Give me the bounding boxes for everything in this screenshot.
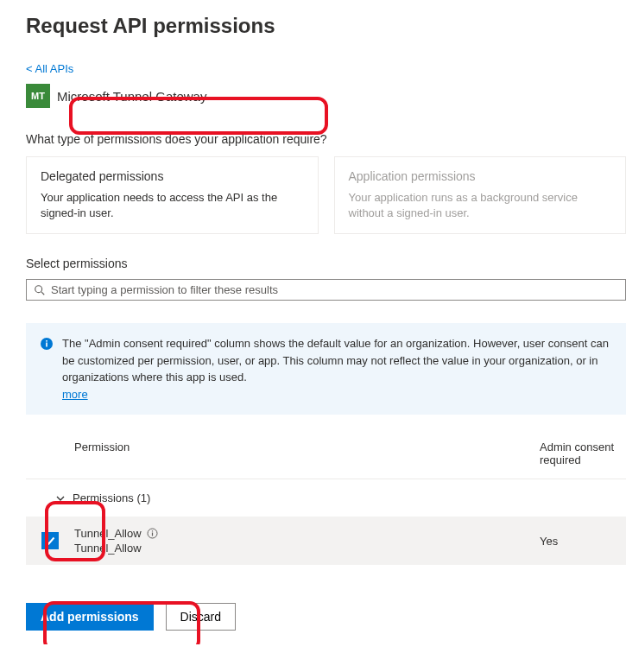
api-icon: MT	[26, 84, 50, 108]
delegated-permissions-title: Delegated permissions	[41, 169, 304, 183]
search-wrap[interactable]	[26, 279, 626, 301]
permission-admin-consent: Yes	[540, 535, 626, 548]
chevron-down-icon	[55, 493, 66, 504]
application-permissions-card[interactable]: Application permissions Your application…	[334, 156, 627, 234]
permission-name-top: Tunnel_Allow	[74, 527, 142, 540]
discard-button[interactable]: Discard	[166, 603, 236, 631]
permission-group-row[interactable]: Permissions (1)	[26, 479, 626, 517]
add-permissions-button[interactable]: Add permissions	[26, 603, 154, 631]
permission-group-label: Permissions (1)	[73, 491, 150, 504]
check-icon	[44, 535, 56, 547]
svg-rect-3	[46, 343, 47, 347]
delegated-permissions-card[interactable]: Delegated permissions Your application n…	[26, 156, 319, 234]
application-permissions-title: Application permissions	[349, 169, 612, 183]
search-icon	[34, 284, 46, 296]
svg-point-0	[35, 286, 42, 293]
back-all-apis-link[interactable]: < All APIs	[26, 62, 73, 75]
api-header: MT Microsoft Tunnel Gateway	[26, 84, 626, 108]
col-header-permission: Permission	[74, 441, 540, 466]
info-banner: The "Admin consent required" column show…	[26, 323, 626, 415]
info-more-link[interactable]: more	[62, 388, 88, 401]
api-name: Microsoft Tunnel Gateway	[57, 89, 206, 104]
info-icon	[40, 337, 54, 351]
delegated-permissions-desc: Your application needs to access the API…	[41, 190, 304, 221]
info-icon[interactable]	[147, 528, 158, 539]
svg-rect-6	[151, 533, 152, 536]
svg-line-1	[41, 292, 44, 295]
svg-rect-4	[46, 340, 47, 342]
permission-type-question: What type of permissions does your appli…	[26, 132, 626, 146]
permission-checkbox[interactable]	[41, 532, 59, 549]
info-banner-text: The "Admin consent required" column show…	[62, 337, 609, 384]
permission-row[interactable]: Tunnel_Allow Tunnel_Allow Yes	[26, 517, 626, 565]
svg-rect-7	[151, 531, 152, 532]
col-header-admin-consent: Admin consent required	[540, 441, 626, 466]
permission-search-input[interactable]	[51, 283, 618, 296]
application-permissions-desc: Your application runs as a background se…	[349, 190, 612, 221]
permissions-table-header: Permission Admin consent required	[26, 441, 626, 479]
select-permissions-label: Select permissions	[26, 257, 626, 270]
page-title: Request API permissions	[26, 14, 626, 38]
permission-name-bottom: Tunnel_Allow	[74, 542, 540, 555]
